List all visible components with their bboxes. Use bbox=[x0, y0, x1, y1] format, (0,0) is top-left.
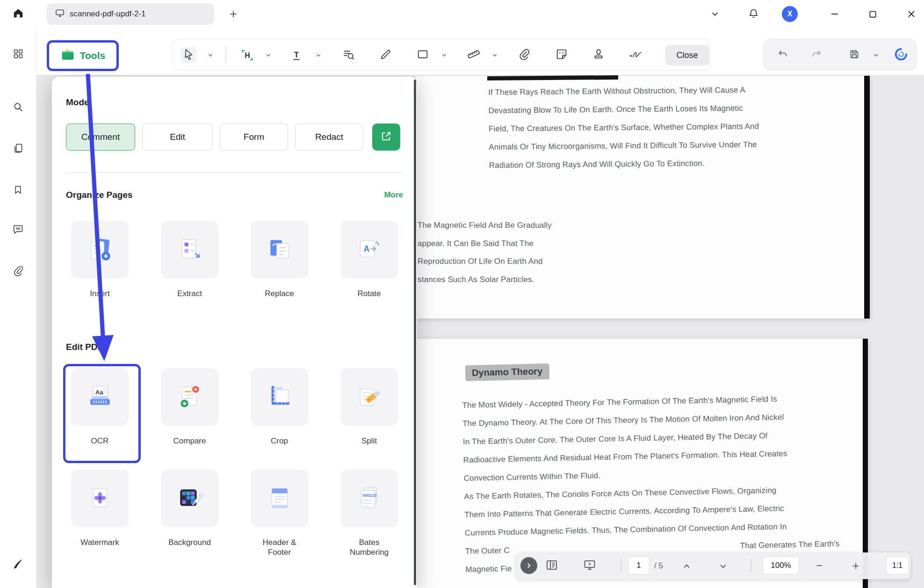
shape-tool-dropdown[interactable] bbox=[441, 52, 447, 58]
previous-page-button[interactable] bbox=[680, 560, 693, 572]
select-tool-button[interactable] bbox=[180, 47, 196, 63]
organize-more-link[interactable]: More bbox=[384, 190, 403, 200]
home-button[interactable] bbox=[0, 0, 36, 28]
redo-button[interactable] bbox=[808, 47, 824, 63]
page1-fragment: stances Such As Solar Particles. bbox=[418, 270, 572, 289]
page1-fragment: appear. It Can Be Said That The bbox=[418, 234, 572, 253]
tool-label: Split bbox=[342, 436, 397, 446]
annotation-toolbar: H T bbox=[172, 39, 710, 71]
title-bar: scanned-pdf-updf-2-1 + X bbox=[0, 0, 924, 28]
sidebar-item-search[interactable] bbox=[8, 98, 29, 118]
tab-list-dropdown-button[interactable] bbox=[707, 6, 723, 22]
highlight-tool-button[interactable]: H bbox=[239, 47, 255, 63]
tools-panel: Mode Comment Edit Form Redact Organize P… bbox=[52, 77, 417, 588]
background-icon bbox=[161, 470, 218, 527]
thumbnail-view-button[interactable] bbox=[545, 559, 558, 573]
tool-label: Compare bbox=[162, 436, 217, 446]
select-tool-dropdown[interactable] bbox=[208, 52, 213, 58]
notifications-button[interactable] bbox=[745, 6, 761, 22]
tool-label: Replace bbox=[252, 289, 307, 298]
page1-fragment: Reproduction Of Life On Earth And bbox=[418, 252, 572, 270]
attach-file-button[interactable] bbox=[516, 47, 532, 63]
compare-icon bbox=[161, 368, 218, 426]
tool-insert[interactable]: Insert bbox=[71, 221, 129, 298]
tool-compare[interactable]: Compare bbox=[161, 368, 218, 446]
close-window-button[interactable] bbox=[903, 6, 919, 22]
text-tool-dropdown[interactable] bbox=[316, 52, 321, 58]
shape-tool-button[interactable] bbox=[415, 47, 431, 63]
ai-assistant-button[interactable] bbox=[893, 47, 909, 63]
tool-header-footer[interactable]: Header & Footer bbox=[251, 470, 308, 557]
toolbar-divider bbox=[225, 47, 226, 63]
tool-bates-numbering[interactable]: 000123 Bates Numbering bbox=[340, 470, 398, 557]
stamp-tool-button[interactable] bbox=[591, 47, 606, 63]
signature-tool-button[interactable] bbox=[628, 47, 643, 63]
display-icon bbox=[584, 559, 596, 573]
signature-icon bbox=[628, 48, 642, 63]
tool-watermark[interactable]: Watermark bbox=[71, 470, 129, 557]
panel-scrollbar[interactable] bbox=[414, 80, 416, 585]
measure-tool-dropdown[interactable] bbox=[492, 52, 498, 58]
replace-icon bbox=[251, 221, 308, 278]
tab-title: scanned-pdf-updf-2-1 bbox=[70, 9, 146, 19]
tool-ocr[interactable]: Aa OCR bbox=[71, 368, 129, 446]
paperclip-icon bbox=[518, 48, 530, 62]
mode-edit-button[interactable]: Edit bbox=[142, 123, 213, 151]
tool-crop[interactable]: Crop bbox=[251, 368, 308, 446]
bell-icon bbox=[748, 8, 759, 21]
document-tab[interactable]: scanned-pdf-updf-2-1 bbox=[47, 3, 214, 25]
zoom-out-button[interactable]: − bbox=[812, 559, 826, 573]
organize-tools-grid: Insert Extract Replace A Rotate bbox=[71, 221, 417, 298]
sidebar-item-attachments[interactable] bbox=[8, 261, 29, 282]
maximize-button[interactable] bbox=[865, 6, 881, 22]
highlight-tool-dropdown[interactable] bbox=[266, 52, 271, 58]
edit-pdf-title: Edit PDF bbox=[66, 342, 103, 352]
next-page-button[interactable] bbox=[717, 560, 729, 572]
sidebar-item-sign[interactable] bbox=[8, 554, 29, 575]
ocr-icon: Aa bbox=[71, 368, 129, 426]
tool-replace[interactable]: Replace bbox=[251, 221, 308, 298]
zoom-in-button[interactable]: + bbox=[849, 559, 863, 573]
mode-redact-button[interactable]: Redact bbox=[295, 123, 363, 151]
mode-form-button[interactable]: Form bbox=[220, 123, 288, 151]
minimize-button[interactable] bbox=[827, 6, 843, 22]
measure-tool-button[interactable] bbox=[466, 47, 482, 63]
stamp-icon bbox=[592, 48, 605, 63]
collapse-panel-button[interactable] bbox=[520, 557, 537, 574]
tool-label: Bates Numbering bbox=[342, 537, 397, 557]
tool-rotate[interactable]: A Rotate bbox=[340, 221, 398, 298]
summarize-icon bbox=[342, 48, 355, 63]
tool-label: Crop bbox=[252, 436, 307, 446]
page-number-input[interactable]: 1 bbox=[628, 557, 650, 574]
sidebar-item-apps[interactable] bbox=[8, 44, 29, 65]
scan-artifact-top bbox=[487, 75, 618, 80]
save-button[interactable] bbox=[846, 47, 862, 63]
sticker-tool-button[interactable] bbox=[554, 47, 570, 63]
scan-artifact-right bbox=[863, 339, 868, 588]
mode-comment-button[interactable]: Comment bbox=[66, 123, 135, 151]
close-tools-button[interactable]: Close bbox=[665, 45, 709, 65]
tool-background[interactable]: Background bbox=[161, 470, 218, 557]
text-tool-button[interactable]: T bbox=[289, 47, 304, 63]
summarize-tool-button[interactable] bbox=[340, 47, 356, 63]
tool-split[interactable]: Split bbox=[340, 368, 398, 446]
open-in-new-window-button[interactable] bbox=[372, 123, 400, 151]
page1-line: If These Rays Reach The Earth Without Ob… bbox=[488, 80, 816, 102]
sidebar-item-bookmarks[interactable] bbox=[8, 180, 29, 201]
actual-size-button[interactable]: 1:1 bbox=[886, 557, 909, 574]
tools-button[interactable]: Tools bbox=[47, 40, 119, 71]
pen-tool-button[interactable] bbox=[378, 47, 394, 63]
zoom-level-input[interactable]: 100% bbox=[763, 557, 799, 574]
page1-fragment: The Magnetic Field And Be Gradually bbox=[418, 216, 572, 234]
presentation-mode-button[interactable] bbox=[583, 559, 596, 573]
undo-button[interactable] bbox=[775, 47, 791, 63]
save-options-dropdown[interactable] bbox=[873, 52, 879, 58]
new-tab-button[interactable]: + bbox=[225, 6, 241, 22]
sidebar-item-pages[interactable] bbox=[8, 139, 29, 160]
pages-icon bbox=[13, 143, 24, 156]
dynamo-theory-heading: Dynamo Theory bbox=[465, 363, 549, 381]
user-avatar[interactable]: X bbox=[782, 6, 798, 22]
tool-extract[interactable]: Extract bbox=[161, 221, 218, 298]
sidebar-item-comments[interactable] bbox=[8, 220, 29, 240]
watermark-icon bbox=[71, 470, 129, 527]
